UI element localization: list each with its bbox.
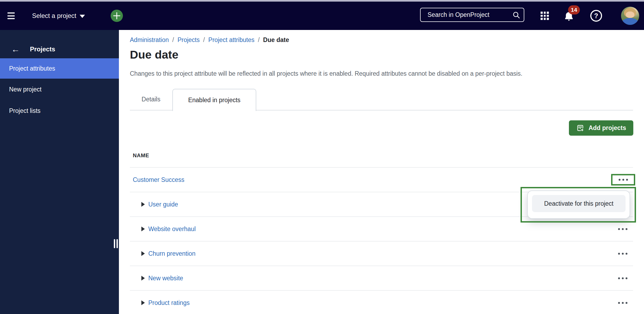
column-header-name: NAME (133, 152, 149, 159)
expand-arrow-icon[interactable] (141, 251, 145, 256)
hamburger-menu-icon[interactable] (7, 13, 15, 19)
breadcrumb: Administration / Projects / Project attr… (130, 36, 289, 44)
row-more-menu-button[interactable] (613, 273, 632, 284)
add-projects-label: Add projects (588, 124, 626, 132)
project-link[interactable]: Churn prevention (148, 250, 195, 257)
project-link[interactable]: Website overhaul (148, 225, 196, 233)
row-more-menu-button[interactable] (613, 248, 632, 259)
project-link[interactable]: New website (148, 275, 183, 282)
row-context-menu: Deactivate for this project (527, 190, 630, 219)
sidebar-item-new-project[interactable]: New project (0, 79, 119, 100)
sidebar-resize-handle[interactable] (114, 239, 118, 248)
tab-details[interactable]: Details (130, 89, 172, 110)
topbar: Select a project 14 ? (0, 2, 644, 30)
sidebar-item-label: New project (9, 86, 41, 93)
sidebar-item-project-lists[interactable]: Project lists (0, 100, 119, 121)
search-input[interactable] (421, 8, 524, 21)
row-more-menu-button[interactable] (611, 174, 635, 186)
expand-arrow-icon[interactable] (141, 227, 145, 231)
sidebar-item-project-attributes[interactable]: Project attributes (0, 58, 119, 79)
expand-arrow-icon[interactable] (141, 300, 145, 305)
expand-arrow-icon[interactable] (141, 202, 145, 207)
table-row-customer-success: Customer Success (130, 168, 633, 192)
breadcrumb-separator: / (203, 36, 205, 44)
question-mark-icon: ? (594, 12, 598, 20)
project-link[interactable]: Product ratings (148, 299, 190, 307)
openproject-app: Select a project 14 ? (0, 0, 644, 314)
caret-down-icon (80, 15, 85, 18)
breadcrumb-separator: / (172, 36, 174, 44)
search-icon[interactable] (512, 11, 521, 19)
sidebar-item-label: Project attributes (9, 65, 55, 72)
breadcrumb-link-project-attributes[interactable]: Project attributes (208, 36, 255, 44)
breadcrumb-link-projects[interactable]: Projects (177, 36, 200, 44)
help-button[interactable]: ? (590, 10, 602, 22)
tab-enabled-in-projects[interactable]: Enabled in projects (172, 89, 256, 111)
select-project-label: Select a project (32, 12, 76, 20)
project-link[interactable]: User guide (148, 201, 178, 208)
page-title: Due date (130, 48, 179, 61)
add-project-board-icon (576, 124, 584, 132)
sidebar-item-label: Project lists (9, 107, 41, 114)
table-row-new-website: New website (130, 266, 633, 291)
project-link[interactable]: Customer Success (133, 176, 184, 183)
sidebar: ← Projects Project attributes New projec… (0, 30, 119, 314)
main-content: Administration / Projects / Project attr… (119, 30, 644, 314)
breadcrumb-current: Due date (263, 36, 289, 44)
back-arrow-icon[interactable]: ← (11, 45, 20, 53)
table-row-product-ratings: Product ratings (130, 291, 633, 314)
notifications-button[interactable]: 14 (562, 9, 576, 22)
add-projects-button[interactable]: Add projects (569, 120, 633, 136)
row-more-menu-button[interactable] (613, 224, 632, 234)
menu-item-deactivate-for-this-project[interactable]: Deactivate for this project (532, 195, 626, 212)
table-row-website-overhaul: Website overhaul (130, 217, 633, 242)
notification-count-badge: 14 (568, 5, 580, 14)
global-add-button[interactable] (111, 10, 123, 22)
row-more-menu-button[interactable] (613, 297, 632, 308)
table-row-churn-prevention: Churn prevention (130, 242, 633, 266)
sidebar-title: Projects (30, 45, 55, 53)
apps-grid-icon[interactable] (541, 12, 549, 20)
global-search (420, 8, 524, 22)
breadcrumb-link-administration[interactable]: Administration (130, 36, 169, 44)
page-description: Changes to this project attribute will b… (130, 70, 522, 77)
expand-arrow-icon[interactable] (141, 276, 145, 281)
user-avatar[interactable] (621, 7, 639, 25)
select-project-dropdown[interactable]: Select a project (32, 12, 85, 20)
projects-table: Customer Success User guide Website over… (130, 168, 633, 314)
breadcrumb-separator: / (258, 36, 259, 44)
